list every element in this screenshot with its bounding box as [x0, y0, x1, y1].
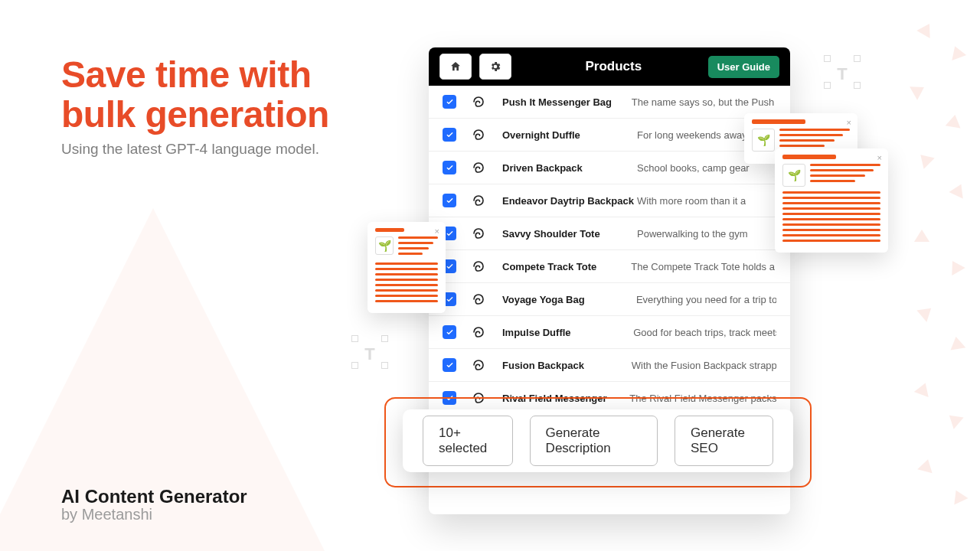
brand-footer: AI Content Generator by Meetanshi [61, 486, 247, 523]
product-name: Endeavor Daytrip Backpack [502, 195, 637, 207]
text-frame-icon: T [824, 55, 861, 89]
brand-subtitle: by Meetanshi [61, 506, 247, 523]
product-description: School books, camp gear [637, 162, 750, 174]
row-checkbox[interactable] [443, 358, 456, 372]
row-checkbox[interactable] [443, 95, 456, 109]
product-row[interactable]: Compete Track ToteThe Compete Track Tote… [429, 250, 790, 283]
bulk-action-bar: 10+ selected Generate Description Genera… [403, 409, 793, 472]
ai-icon [472, 325, 485, 339]
product-row[interactable]: Fusion BackpackWith the Fusion Backpack … [429, 349, 790, 382]
products-topbar: Products User Guide [429, 47, 790, 86]
thumbnail-icon: 🌱 [752, 129, 775, 152]
home-button[interactable] [439, 54, 472, 80]
product-name: Compete Track Tote [502, 261, 631, 272]
product-row[interactable]: Push It Messenger BagThe name says so, b… [429, 86, 790, 119]
product-name: Savvy Shoulder Tote [502, 228, 637, 240]
selection-count[interactable]: 10+ selected [423, 416, 513, 466]
generate-description-button[interactable]: Generate Description [530, 416, 658, 466]
product-name: Fusion Backpack [502, 360, 632, 371]
product-description: With the Fusion Backpack strappe [632, 360, 776, 371]
ai-icon [472, 128, 485, 142]
row-checkbox[interactable] [443, 128, 456, 142]
product-name: Driven Backpack [502, 162, 637, 174]
ai-icon [472, 227, 485, 240]
thumbnail-icon: 🌱 [375, 236, 394, 255]
product-row[interactable]: Savvy Shoulder TotePowerwalking to the g… [429, 217, 790, 250]
brand-title: AI Content Generator [61, 486, 247, 507]
product-description: The Compete Track Tote holds a h [631, 261, 776, 272]
product-row[interactable]: Voyage Yoga BagEverything you need for a… [429, 283, 790, 316]
product-description: Powerwalking to the gym [637, 228, 748, 240]
row-checkbox[interactable] [443, 194, 456, 207]
gear-icon [489, 60, 501, 73]
home-icon [449, 60, 462, 73]
ai-icon [472, 95, 485, 109]
decorative-pattern [896, 0, 980, 551]
ai-icon [472, 358, 485, 372]
product-description: Good for beach trips, track meets [633, 327, 776, 338]
headline-line: Save time with [61, 55, 329, 95]
preview-doc-card: × 🌱 [775, 148, 888, 253]
headline-line: bulk generation [61, 95, 329, 135]
close-icon[interactable]: × [877, 153, 882, 162]
hero-headline: Save time with bulk generation [61, 55, 329, 135]
settings-button[interactable] [479, 54, 511, 80]
ai-icon [472, 259, 485, 273]
ai-icon [472, 194, 485, 207]
bulk-action-frame: 10+ selected Generate Description Genera… [384, 397, 812, 487]
generate-seo-button[interactable]: Generate SEO [675, 416, 773, 466]
panel-title: Products [519, 59, 708, 74]
product-description: With more room than it a [637, 195, 746, 207]
preview-doc-card: × 🌱 [368, 222, 446, 313]
product-name: Overnight Duffle [502, 129, 637, 141]
row-checkbox[interactable] [443, 161, 456, 174]
ai-icon [472, 292, 485, 306]
product-description: Everything you need for a trip to [636, 294, 776, 305]
text-frame-icon: T [351, 335, 388, 369]
product-row[interactable]: Driven BackpackSchool books, camp gear [429, 152, 790, 184]
product-row[interactable]: Impulse DuffleGood for beach trips, trac… [429, 316, 790, 349]
user-guide-button[interactable]: User Guide [708, 56, 779, 78]
product-name: Impulse Duffle [502, 327, 633, 338]
thumbnail-icon: 🌱 [782, 164, 805, 187]
ai-icon [472, 161, 485, 174]
close-icon[interactable]: × [435, 227, 439, 236]
product-name: Push It Messenger Bag [502, 96, 632, 108]
product-description: The name says so, but the Push It [632, 96, 776, 108]
product-row[interactable]: Endeavor Daytrip BackpackWith more room … [429, 184, 790, 217]
row-checkbox[interactable] [443, 325, 456, 339]
hero-subhead: Using the latest GPT-4 language model. [61, 141, 319, 158]
product-row[interactable]: Overnight DuffleFor long weekends away, [429, 119, 790, 152]
product-name: Voyage Yoga Bag [502, 294, 636, 305]
product-description: For long weekends away, [637, 129, 749, 141]
close-icon[interactable]: × [847, 118, 851, 127]
